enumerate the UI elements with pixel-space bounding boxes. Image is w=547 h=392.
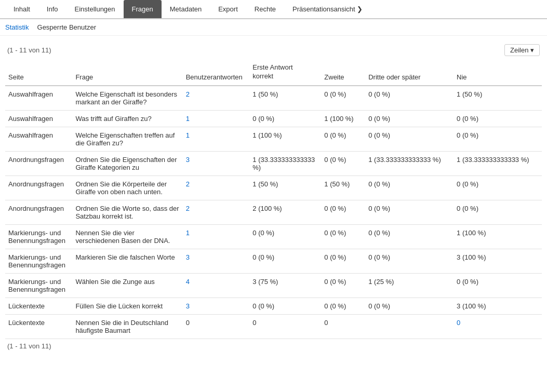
benutzer-link[interactable]: 4 — [186, 278, 190, 286]
nie-value: 3 (100 %) — [457, 302, 486, 310]
cell-seite: Markierungs- und Benennungsfragen — [5, 249, 72, 273]
cell-dritte: 0 (0 %) — [365, 110, 453, 127]
cell-nie: 1 (100 %) — [453, 224, 542, 249]
tab-info[interactable]: Info — [38, 0, 66, 18]
subnav-gesperrte: Gesperrte Benutzer — [37, 23, 96, 31]
nie-value: 1 (33.333333333333 %) — [457, 156, 529, 164]
cell-dritte: 0 (0 %) — [365, 175, 453, 200]
cell-zweite: 0 (0 %) — [321, 127, 365, 151]
cell-erste: 0 (0 %) — [249, 224, 321, 249]
cell-dritte: 0 (0 %) — [365, 298, 453, 314]
table-row: Auswahlfragen Was trifft auf Giraffen zu… — [5, 110, 542, 127]
cell-nie: 0 (0 %) — [453, 127, 542, 151]
cell-dritte: 1 (25 %) — [365, 273, 453, 298]
benutzer-link[interactable]: 2 — [186, 180, 190, 188]
tab-metadaten[interactable]: Metadaten — [162, 0, 210, 18]
benutzer-link[interactable]: 2 — [186, 90, 190, 98]
cell-nie: 0 (0 %) — [453, 273, 542, 298]
cell-benutzer: 4 — [183, 273, 250, 298]
cell-seite: Lückentexte — [5, 314, 72, 339]
cell-frage: Ordnen Sie die Worte so, dass der Satzba… — [72, 200, 182, 224]
table-row: Anordnungsfragen Ordnen Sie die Eigensch… — [5, 151, 542, 175]
cell-benutzer: 3 — [183, 151, 250, 175]
cell-benutzer: 1 — [183, 127, 250, 151]
benutzer-link[interactable]: 3 — [186, 156, 190, 164]
tab-export[interactable]: Export — [210, 0, 246, 18]
pagination-info-top: (1 - 11 von 11) — [7, 46, 51, 54]
nie-value: 0 (0 %) — [457, 205, 478, 212]
cell-dritte: 0 (0 %) — [365, 200, 453, 224]
cell-seite: Auswahlfragen — [5, 110, 72, 127]
benutzer-link[interactable]: 1 — [186, 229, 190, 237]
cell-erste: 0 (0 %) — [249, 249, 321, 273]
table-row: Lückentexte Nennen Sie die in Deutschlan… — [5, 314, 542, 339]
benutzer-link[interactable]: 2 — [186, 205, 190, 212]
tab-praesentation[interactable]: Präsentationsansicht ❯ — [284, 0, 371, 18]
cell-zweite: 0 (0 %) — [321, 273, 365, 298]
cell-dritte: 0 (0 %) — [365, 224, 453, 249]
tab-rechte[interactable]: Rechte — [246, 0, 284, 18]
cell-seite: Markierungs- und Benennungsfragen — [5, 273, 72, 298]
cell-dritte — [365, 314, 453, 339]
cell-dritte: 0 (0 %) — [365, 127, 453, 151]
th-nie: Nie — [453, 59, 542, 86]
cell-nie: 3 (100 %) — [453, 298, 542, 314]
table-row: Markierungs- und Benennungsfragen Nennen… — [5, 224, 542, 249]
cell-seite: Anordnungsfragen — [5, 200, 72, 224]
nie-value: 0 (0 %) — [457, 278, 478, 286]
nie-value: 3 (100 %) — [457, 253, 486, 261]
cell-erste: 0 (0 %) — [249, 110, 321, 127]
cell-erste: 1 (100 %) — [249, 127, 321, 151]
nie-value: 1 (50 %) — [457, 90, 482, 98]
benutzer-link[interactable]: 3 — [186, 302, 190, 310]
th-frage: Frage — [72, 59, 182, 86]
cell-frage: Welche Eigenschaft ist besonders markant… — [72, 86, 182, 111]
cell-zweite: 0 (0 %) — [321, 298, 365, 314]
cell-zweite: 0 (0 %) — [321, 151, 365, 175]
cell-seite: Auswahlfragen — [5, 86, 72, 111]
cell-benutzer: 2 — [183, 200, 250, 224]
cell-benutzer: 3 — [183, 298, 250, 314]
nie-link[interactable]: 0 — [457, 319, 460, 327]
table-row: Markierungs- und Benennungsfragen Markie… — [5, 249, 542, 273]
tab-einstellungen[interactable]: Einstellungen — [66, 0, 124, 18]
subnav-statistik[interactable]: Statistik — [5, 23, 29, 31]
cell-erste: 1 (50 %) — [249, 175, 321, 200]
cell-zweite: 1 (50 %) — [321, 175, 365, 200]
cell-benutzer: 1 — [183, 110, 250, 127]
th-seite: Seite — [5, 59, 72, 86]
cell-seite: Anordnungsfragen — [5, 175, 72, 200]
cell-zweite: 0 (0 %) — [321, 86, 365, 111]
benutzer-link[interactable]: 3 — [186, 253, 190, 261]
cell-erste: 0 (0 %) — [249, 298, 321, 314]
cell-nie: 0 (0 %) — [453, 200, 542, 224]
cell-erste: 2 (100 %) — [249, 200, 321, 224]
cell-zweite: 0 (0 %) — [321, 249, 365, 273]
cell-nie: 0 (0 %) — [453, 110, 542, 127]
cell-benutzer: 1 — [183, 224, 250, 249]
cell-dritte: 0 (0 %) — [365, 86, 453, 111]
tab-fragen[interactable]: Fragen — [124, 0, 162, 18]
main-content: (1 - 11 von 11) Zeilen ▾ Seite Frage Ben… — [0, 36, 547, 358]
table-row: Anordnungsfragen Ordnen Sie die Worte so… — [5, 200, 542, 224]
cell-benutzer: 0 — [183, 314, 250, 339]
benutzer-link[interactable]: 1 — [186, 115, 190, 123]
statistics-table: Seite Frage Benutzerantworten Erste Antw… — [5, 59, 542, 339]
zeilen-button[interactable]: Zeilen ▾ — [504, 44, 540, 56]
nie-value: 0 (0 %) — [457, 131, 478, 139]
cell-dritte: 1 (33.333333333333 %) — [365, 151, 453, 175]
cell-benutzer: 2 — [183, 175, 250, 200]
cell-frage: Füllen Sie die Lücken korrekt — [72, 298, 182, 314]
th-erste-antwort: Erste Antwort korrekt — [249, 59, 321, 86]
th-dritte: Dritte oder später — [365, 59, 453, 86]
cell-frage: Nennen Sie die in Deutschland häufigste … — [72, 314, 182, 339]
th-zweite: Zweite — [321, 59, 365, 86]
cell-zweite: 0 — [321, 314, 365, 339]
cell-zweite: 1 (100 %) — [321, 110, 365, 127]
cell-erste: 3 (75 %) — [249, 273, 321, 298]
nie-value: 0 (0 %) — [457, 115, 478, 123]
cell-frage: Markieren Sie die falschen Worte — [72, 249, 182, 273]
benutzer-link[interactable]: 1 — [186, 131, 190, 139]
tab-inhalt[interactable]: Inhalt — [5, 0, 38, 18]
cell-frage: Welche Eigenschaften treffen auf die Gir… — [72, 127, 182, 151]
